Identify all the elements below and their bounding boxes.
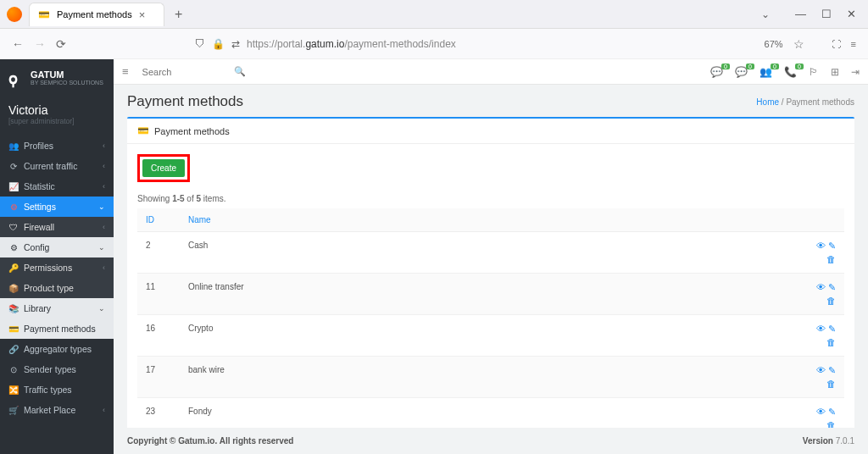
edit-icon[interactable]: ✎ bbox=[828, 365, 836, 376]
footer: Copyright © Gatum.io. All rights reserve… bbox=[114, 428, 868, 454]
search-input[interactable] bbox=[142, 67, 227, 77]
sidebar-icon: 📈 bbox=[8, 182, 19, 191]
lock-icon[interactable]: 🔒 bbox=[212, 38, 225, 50]
window-minimize-icon[interactable]: — bbox=[795, 8, 806, 20]
tab-close-icon[interactable]: × bbox=[139, 8, 146, 21]
user-name: Victoria bbox=[8, 103, 105, 117]
col-id[interactable]: ID bbox=[137, 208, 180, 232]
card-icon: 💳 bbox=[137, 125, 149, 136]
sidebar-icon: 📦 bbox=[8, 284, 19, 293]
cell-name: Fondy bbox=[180, 398, 808, 429]
topbar-badge[interactable]: 💬0 bbox=[710, 66, 723, 78]
col-actions bbox=[808, 208, 844, 232]
showing-summary: Showing 1-5 of 5 items. bbox=[137, 194, 844, 203]
edit-icon[interactable]: ✎ bbox=[828, 324, 836, 335]
panel-title: Payment methods bbox=[154, 126, 230, 136]
sidebar-item-aggregator-types[interactable]: 🔗Aggregator types bbox=[0, 339, 114, 359]
sidebar-icon: ⚙ bbox=[8, 243, 19, 252]
delete-icon[interactable]: 🗑 bbox=[826, 296, 836, 306]
chevron-icon: ‹ bbox=[103, 223, 105, 231]
row-actions: 👁✎🗑 bbox=[816, 241, 836, 264]
view-icon[interactable]: 👁 bbox=[816, 365, 826, 376]
topbar-badge[interactable]: 📞0 bbox=[784, 66, 797, 78]
flag-icon[interactable]: 🏳 bbox=[809, 66, 819, 78]
pocket-icon[interactable]: ⛶ bbox=[815, 39, 841, 49]
table-row: 11Online transfer👁✎🗑 bbox=[137, 274, 844, 315]
sidebar-item-firewall[interactable]: 🛡Firewall‹ bbox=[0, 217, 114, 237]
sidebar-item-market-place[interactable]: 🛒Market Place‹ bbox=[0, 400, 114, 420]
view-icon[interactable]: 👁 bbox=[816, 407, 826, 418]
sidebar-item-label: Permissions bbox=[24, 263, 72, 273]
sidebar-icon: ⟳ bbox=[8, 162, 19, 171]
hamburger-icon[interactable]: ≡ bbox=[122, 65, 129, 78]
create-button[interactable]: Create bbox=[142, 159, 185, 177]
app-menu-icon[interactable]: ≡ bbox=[851, 39, 856, 49]
sidebar-icon: 🛡 bbox=[8, 223, 19, 232]
edit-icon[interactable]: ✎ bbox=[828, 241, 836, 252]
search-icon[interactable]: 🔍 bbox=[234, 66, 246, 77]
delete-icon[interactable]: 🗑 bbox=[826, 337, 836, 347]
url-text[interactable]: https://portal.gatum.io/payment-methods/… bbox=[247, 38, 456, 50]
topbar-badge[interactable]: 💬0 bbox=[735, 66, 748, 78]
cell-id: 17 bbox=[137, 357, 180, 398]
sidebar-item-label: Config bbox=[24, 242, 49, 252]
table-row: 16Crypto👁✎🗑 bbox=[137, 315, 844, 357]
sidebar-item-label: Current traffic bbox=[24, 161, 77, 171]
permissions-icon[interactable]: ⇄ bbox=[231, 38, 240, 50]
edit-icon[interactable]: ✎ bbox=[828, 407, 836, 418]
delete-icon[interactable]: 🗑 bbox=[826, 420, 836, 428]
sidebar-item-payment-methods[interactable]: 💳Payment methods bbox=[0, 318, 114, 339]
sidebar-item-label: Firewall bbox=[24, 222, 54, 232]
cell-name: Cash bbox=[180, 232, 808, 274]
sidebar-item-label: Traffic types bbox=[24, 385, 72, 395]
view-icon[interactable]: 👁 bbox=[816, 241, 826, 252]
sidebar-icon: 💳 bbox=[8, 324, 19, 334]
chevron-icon: ⌄ bbox=[98, 304, 105, 313]
sidebar-item-current-traffic[interactable]: ⟳Current traffic‹ bbox=[0, 156, 114, 176]
sidebar-item-library[interactable]: 📚Library⌄ bbox=[0, 298, 114, 318]
delete-icon[interactable]: 🗑 bbox=[826, 254, 836, 264]
browser-tab[interactable]: 💳 Payment methods × bbox=[29, 3, 164, 26]
window-close-icon[interactable]: ✕ bbox=[847, 8, 856, 20]
topbar-badge[interactable]: 👥0 bbox=[760, 66, 772, 78]
sidebar-icon: 👥 bbox=[8, 141, 19, 151]
cell-id: 2 bbox=[137, 232, 180, 274]
sidebar-item-statistic[interactable]: 📈Statistic‹ bbox=[0, 176, 114, 197]
sidebar-item-product-type[interactable]: 📦Product type bbox=[0, 278, 114, 298]
sidebar-item-label: Profiles bbox=[24, 141, 53, 151]
edit-icon[interactable]: ✎ bbox=[828, 282, 836, 293]
sidebar-item-profiles[interactable]: 👥Profiles‹ bbox=[0, 136, 114, 156]
grid-icon[interactable]: ⊞ bbox=[831, 66, 839, 78]
delete-icon[interactable]: 🗑 bbox=[826, 379, 836, 389]
zoom-level[interactable]: 67% bbox=[765, 39, 783, 49]
shield-icon[interactable]: ⛉ bbox=[195, 38, 205, 50]
nav-forward-icon: → bbox=[34, 37, 46, 51]
col-name[interactable]: Name bbox=[180, 208, 808, 232]
cell-name: Online transfer bbox=[180, 274, 808, 315]
browser-address-bar: ← → ⟳ ⛉ 🔒 ⇄ https://portal.gatum.io/paym… bbox=[0, 29, 868, 59]
cell-id: 23 bbox=[137, 398, 180, 429]
tabs-dropdown-icon[interactable]: ⌄ bbox=[761, 8, 795, 20]
sidebar-item-settings[interactable]: ⚙Settings⌄ bbox=[0, 197, 114, 217]
panel: 💳 Payment methods Create Showing 1-5 of … bbox=[127, 117, 854, 428]
cell-name: bank wire bbox=[180, 357, 808, 398]
footer-copyright: Copyright © Gatum.io. All rights reserve… bbox=[127, 436, 293, 446]
chevron-icon: ⌄ bbox=[98, 243, 105, 252]
nav-reload-icon[interactable]: ⟳ bbox=[56, 37, 66, 51]
sidebar-item-label: Product type bbox=[24, 283, 74, 293]
sidebar-item-sender-types[interactable]: ⊙Sender types bbox=[0, 359, 114, 379]
sidebar-icon: 📚 bbox=[8, 304, 19, 313]
sidebar-item-permissions[interactable]: 🔑Permissions‹ bbox=[0, 257, 114, 278]
view-icon[interactable]: 👁 bbox=[816, 324, 826, 335]
nav-back-icon[interactable]: ← bbox=[12, 37, 24, 51]
window-maximize-icon[interactable]: ☐ bbox=[821, 8, 832, 20]
view-icon[interactable]: 👁 bbox=[816, 282, 826, 293]
new-tab-button[interactable]: + bbox=[168, 7, 189, 22]
sidebar-item-config[interactable]: ⚙Config⌄ bbox=[0, 237, 114, 257]
payment-methods-table: ID Name 2Cash👁✎🗑11Online transfer👁✎🗑16Cr… bbox=[137, 208, 844, 428]
bookmark-icon[interactable]: ☆ bbox=[793, 37, 804, 51]
sidebar-item-traffic-types[interactable]: 🔀Traffic types bbox=[0, 379, 114, 400]
sidebar-nav: 👥Profiles‹⟳Current traffic‹📈Statistic‹⚙S… bbox=[0, 136, 114, 420]
breadcrumb-home[interactable]: Home bbox=[756, 97, 779, 107]
logout-icon[interactable]: ⇥ bbox=[851, 66, 860, 78]
